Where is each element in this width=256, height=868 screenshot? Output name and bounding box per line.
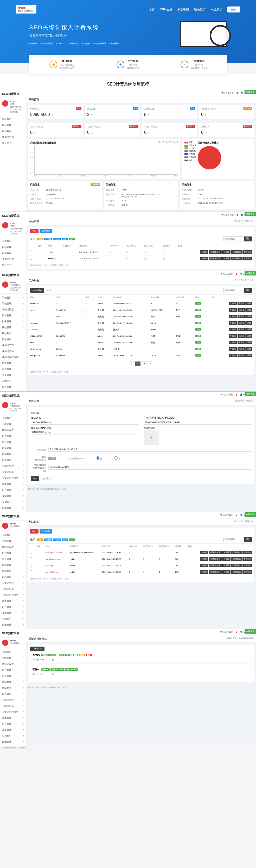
- checkbox[interactable]: [30, 257, 32, 259]
- row-op[interactable]: 删除: [246, 328, 252, 331]
- sidebar-item[interactable]: 财务管理 ›: [0, 556, 26, 562]
- radio-yes[interactable]: 是: [86, 456, 102, 461]
- search-button[interactable]: 🔍: [244, 237, 252, 241]
- page-button[interactable]: «: [129, 362, 134, 366]
- row-op[interactable]: ✕ 删除: [222, 564, 230, 567]
- toolbar-link[interactable]: ◥ 站点工具栏: [220, 514, 233, 517]
- add-user-button[interactable]: +添加用户: [30, 288, 44, 292]
- row-op[interactable]: ✕ 删除: [222, 557, 230, 561]
- checkbox[interactable]: [30, 570, 32, 573]
- support-tab[interactable]: 在线客服: [245, 629, 256, 633]
- check-button[interactable]: 上报检测: [39, 229, 52, 233]
- sidebar-item[interactable]: 日志查询 ›: [0, 574, 26, 580]
- sidebar-item[interactable]: API管理 ›: [0, 378, 26, 384]
- sidebar-item[interactable]: 关键词管理 ›: [0, 134, 26, 140]
- sidebar-item[interactable]: 关键词价格 ›: [0, 348, 26, 354]
- row-op[interactable]: ✎ 编辑: [229, 347, 237, 351]
- api-url-input[interactable]: [31, 420, 138, 425]
- toolbar-link[interactable]: ◥ 站点工具栏: [220, 273, 233, 276]
- row-op[interactable]: 元充值: [237, 354, 246, 357]
- sidebar-item[interactable]: 图表管理 ›: [0, 715, 26, 721]
- sidebar-item[interactable]: 网站管理 ›: [0, 244, 26, 250]
- sidebar-item[interactable]: 系统管理 ›: [0, 538, 26, 544]
- row-op[interactable]: ✕ 删除: [222, 257, 230, 260]
- row-op[interactable]: 元充值: [237, 334, 246, 338]
- edit-button[interactable]: 编辑: [79, 654, 85, 656]
- row-op[interactable]: +添加日志: [231, 564, 242, 567]
- support-tab[interactable]: 在线客服: [245, 90, 256, 94]
- sidebar-item[interactable]: API管理 ›: [0, 616, 26, 622]
- search-input[interactable]: [224, 288, 244, 293]
- sidebar-item[interactable]: 关键词指数价格 ›: [0, 592, 26, 598]
- checkbox[interactable]: [30, 551, 32, 554]
- stat-badge[interactable]: 今日达标: [243, 107, 252, 110]
- nav-contact[interactable]: 联系我们: [194, 7, 205, 11]
- filter-tag[interactable]: 不限: [37, 238, 44, 240]
- row-op[interactable]: 元充值: [237, 315, 246, 318]
- sidebar-item[interactable]: 财务管理 ›: [0, 673, 26, 679]
- stat-badge[interactable]: 添加: [133, 107, 138, 110]
- nav-demo[interactable]: 系统演示: [211, 7, 222, 11]
- sidebar-item[interactable]: 报表管理 ›: [0, 505, 26, 511]
- sidebar-item[interactable]: 报表管理 ›: [0, 739, 26, 745]
- sidebar-item[interactable]: 日志查询 ›: [0, 337, 26, 343]
- row-op[interactable]: ✕ 删除: [222, 250, 230, 254]
- support-tab[interactable]: 在线客服: [245, 392, 256, 396]
- row-op[interactable]: ✎ 编辑: [229, 302, 237, 305]
- bell-icon[interactable]: [236, 515, 237, 516]
- sidebar-item[interactable]: 图表管理 ›: [0, 481, 26, 487]
- sidebar-item[interactable]: 网站管理 ›: [0, 562, 26, 568]
- row-op[interactable]: 删除: [246, 302, 252, 305]
- row-op[interactable]: ✕ 删除: [222, 570, 230, 574]
- filter-tag[interactable]: 不限: [37, 538, 44, 541]
- row-op[interactable]: +添加关键词: [209, 557, 222, 561]
- filter-tag[interactable]: 本日: [69, 538, 75, 541]
- row-op[interactable]: +添加日志: [231, 557, 242, 561]
- row-op[interactable]: +添加关键词: [209, 257, 222, 260]
- sidebar-item[interactable]: 关键词管理 ›: [0, 463, 26, 469]
- row-op[interactable]: ✎ 编辑: [229, 315, 237, 318]
- checkbox[interactable]: [30, 557, 32, 560]
- row-op[interactable]: 元充值: [237, 302, 246, 305]
- sidebar-item[interactable]: 图表管理 ›: [0, 361, 26, 366]
- row-op[interactable]: ✎ 编辑: [229, 341, 237, 344]
- sidebar-item[interactable]: 报表管理 ›: [0, 384, 26, 390]
- sidebar-item[interactable]: 网站管理 ›: [0, 679, 26, 685]
- captcha-input[interactable]: [31, 430, 138, 435]
- sidebar-item[interactable]: 系统首页 ›: [0, 295, 26, 301]
- bell-icon[interactable]: [236, 214, 238, 216]
- site-title-input[interactable]: [48, 447, 251, 452]
- row-op[interactable]: 查询排名: [243, 557, 252, 561]
- sidebar-item[interactable]: API管理 ›: [0, 499, 26, 505]
- bell-icon[interactable]: [236, 394, 237, 396]
- row-op[interactable]: 元充值: [237, 341, 246, 344]
- sidebar-item[interactable]: 系统首页 ›: [0, 532, 26, 538]
- add-engine-button[interactable]: + 添加引擎: [30, 647, 45, 651]
- sidebar-item[interactable]: 系统管理 ›: [0, 301, 26, 307]
- row-op[interactable]: ✎ 编辑: [200, 564, 208, 567]
- sidebar-item[interactable]: 报表管理 ›: [0, 622, 26, 628]
- bell-icon[interactable]: [236, 631, 237, 633]
- export-button[interactable]: 导出: [30, 529, 38, 533]
- filter-tag[interactable]: 已达标: [44, 238, 52, 240]
- bell-icon[interactable]: [236, 92, 238, 94]
- toolbar-link[interactable]: ◥ 站点工具栏: [221, 91, 234, 94]
- row-op[interactable]: 元充值: [237, 321, 246, 325]
- sidebar-item[interactable]: 文章管理 ›: [0, 727, 26, 733]
- row-op[interactable]: ✎ 编辑: [200, 257, 208, 260]
- upgrade-button[interactable]: 我要升级: [90, 183, 100, 186]
- row-op[interactable]: 查询排名: [243, 551, 252, 554]
- export-button[interactable]: 导出: [30, 229, 38, 233]
- sidebar-item[interactable]: 用户管理 ›: [0, 550, 26, 556]
- sidebar-item[interactable]: 内容管理 ›: [0, 721, 26, 727]
- row-op[interactable]: +添加关键词: [209, 250, 222, 254]
- login-button[interactable]: 登录: [227, 6, 240, 12]
- sidebar-item[interactable]: 关键词指数价格 ›: [0, 475, 26, 481]
- recheck-button[interactable]: 全部重查: [40, 476, 53, 481]
- search-button[interactable]: 🔍: [244, 537, 252, 542]
- search-input[interactable]: [224, 537, 244, 542]
- row-op[interactable]: ✎ 编辑: [229, 328, 237, 331]
- sidebar-item[interactable]: 财务管理 ›: [0, 319, 26, 324]
- upload-icon[interactable]: +: [144, 430, 159, 445]
- row-op[interactable]: 删除: [246, 308, 252, 312]
